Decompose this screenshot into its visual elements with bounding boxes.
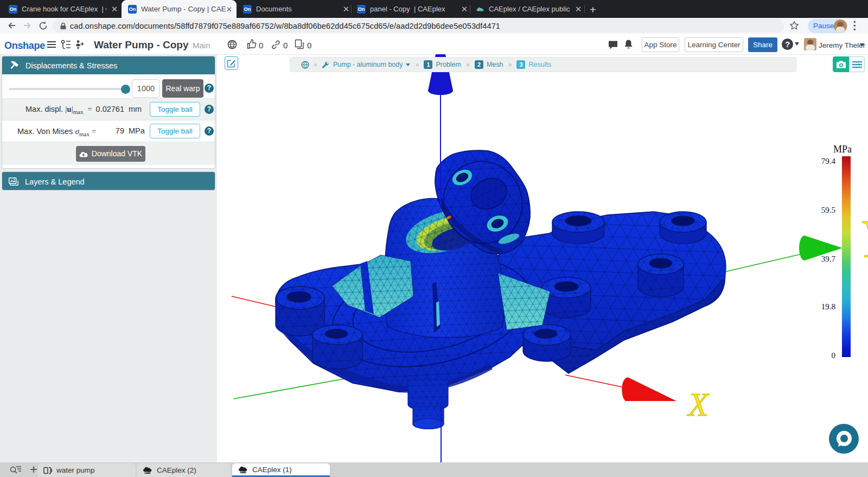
svg-text:0: 0 <box>832 351 836 360</box>
svg-text:MPa: MPa <box>833 144 852 155</box>
svg-text:39.7: 39.7 <box>821 255 836 263</box>
svg-text:CAEPLEX: CAEPLEX <box>239 471 248 473</box>
svg-text:X: X <box>686 386 710 423</box>
svg-text:19.8: 19.8 <box>821 302 835 311</box>
svg-text:Y: Y <box>859 208 868 269</box>
svg-text:59.5: 59.5 <box>821 206 835 214</box>
svg-text:CAEPLEX: CAEPLEX <box>144 472 152 474</box>
svg-text:79.4: 79.4 <box>821 157 836 166</box>
